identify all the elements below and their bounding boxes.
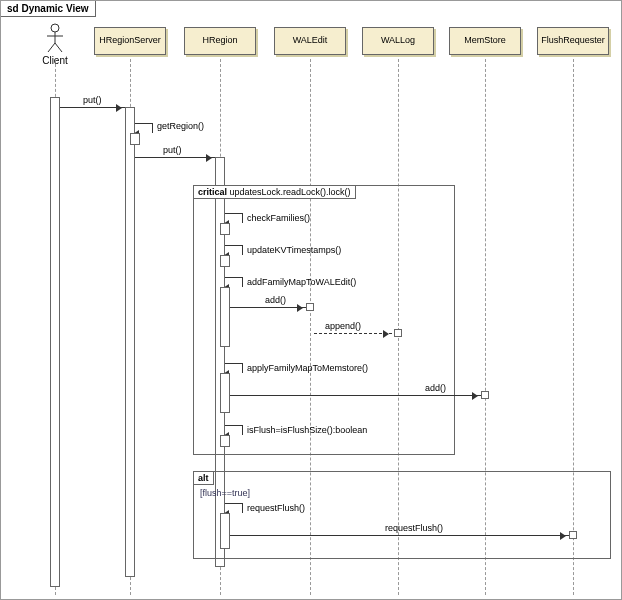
self-applyfam: [225, 363, 243, 373]
exec-memstore: [481, 391, 489, 399]
msg-add2: add(): [425, 383, 446, 393]
msg-put2: put(): [163, 145, 182, 155]
self-checkfam: [225, 213, 243, 223]
arrow-add1: [230, 307, 306, 308]
msg-updatekv: updateKVTimestamps(): [247, 245, 341, 255]
self-getregion: [135, 123, 153, 133]
exec-wallog: [394, 329, 402, 337]
frame-title-tab: sd Dynamic View: [1, 1, 96, 17]
head-flushreq: FlushRequester: [537, 27, 609, 55]
msg-put1: put(): [83, 95, 102, 105]
exec-flushreq: [569, 531, 577, 539]
alt-guard: [flush==true]: [200, 488, 250, 498]
msg-reqflush2: requestFlush(): [385, 523, 443, 533]
activation-checkfam: [220, 223, 230, 235]
diagram-canvas: Client HRegionServer HRegion WALEdit WAL…: [5, 17, 617, 595]
self-addfamwal: [225, 277, 243, 287]
activation-regionserver: [125, 107, 135, 577]
svg-line-3: [48, 43, 55, 52]
fragment-critical: critical updatesLock.readLock().lock(): [193, 185, 455, 455]
self-updatekv: [225, 245, 243, 255]
self-isflush: [225, 425, 243, 435]
msg-addfamwal: addFamilyMapToWALEdit(): [247, 277, 356, 287]
msg-add1: add(): [265, 295, 286, 305]
msg-append: append(): [325, 321, 361, 331]
critical-guard: updatesLock.readLock().lock(): [230, 187, 351, 197]
activation-client: [50, 97, 60, 587]
head-region: HRegion: [184, 27, 256, 55]
head-wallog: WALLog: [362, 27, 434, 55]
frame-title: sd Dynamic View: [7, 3, 89, 14]
activation-updatekv: [220, 255, 230, 267]
activation-applyfam: [220, 373, 230, 413]
fragment-critical-tab: critical updatesLock.readLock().lock(): [193, 185, 356, 199]
actor-icon: [45, 23, 65, 53]
diagram-frame: sd Dynamic View Client HRegionServer HRe…: [0, 0, 622, 600]
svg-point-0: [51, 24, 59, 32]
head-waledit: WALEdit: [274, 27, 346, 55]
msg-reqflush1: requestFlush(): [247, 503, 305, 513]
arrow-put1: [60, 107, 125, 108]
arrow-put2: [135, 157, 215, 158]
arrow-append: [314, 333, 392, 334]
head-memstore: MemStore: [449, 27, 521, 55]
head-regionserver: HRegionServer: [94, 27, 166, 55]
alt-label: alt: [198, 473, 209, 483]
arrow-reqflush2: [230, 535, 569, 536]
activation-reqflush: [220, 513, 230, 549]
activation-isflush: [220, 435, 230, 447]
msg-checkfam: checkFamilies(): [247, 213, 310, 223]
fragment-alt-tab: alt: [193, 471, 214, 485]
activation-getregion: [130, 133, 140, 145]
arrow-add2: [230, 395, 481, 396]
exec-waledit: [306, 303, 314, 311]
self-reqflush: [225, 503, 243, 513]
msg-applyfam: applyFamilyMapToMemstore(): [247, 363, 368, 373]
fragment-alt: alt [flush==true]: [193, 471, 611, 559]
critical-label: critical: [198, 187, 227, 197]
activation-addfamwal: [220, 287, 230, 347]
msg-getregion: getRegion(): [157, 121, 204, 131]
svg-line-4: [55, 43, 62, 52]
msg-isflush: isFlush=isFlushSize():boolean: [247, 425, 367, 435]
